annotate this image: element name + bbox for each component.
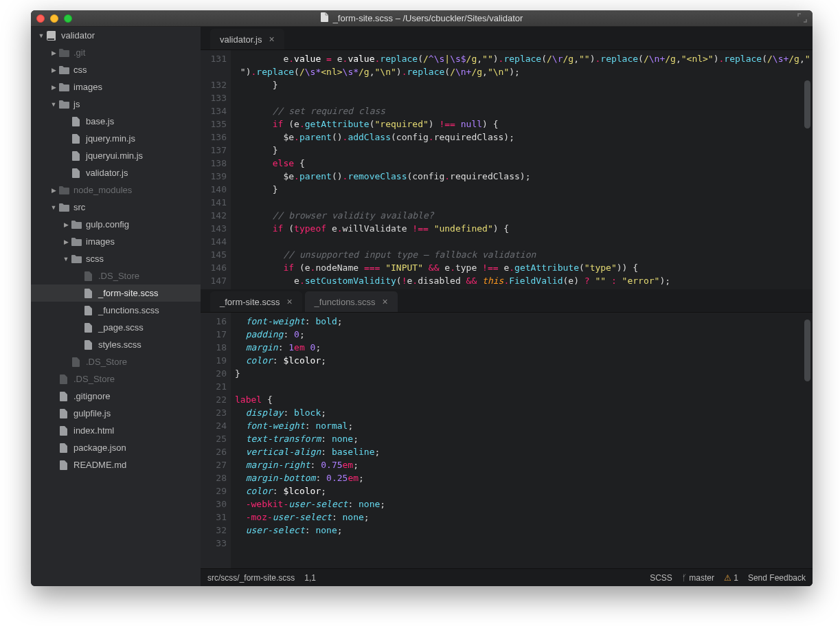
- file-tree-sidebar[interactable]: validator.gitcssimagesjsbase.jsjquery.mi…: [31, 27, 201, 586]
- tree-label: index.html: [73, 425, 114, 436]
- folder-icon: [71, 219, 82, 230]
- tab-bar-lower: _form-site.scss×_functions.scss×: [201, 289, 813, 313]
- tree-label: images: [73, 82, 102, 92]
- tree-item-validator[interactable]: validator: [31, 27, 201, 44]
- tree-item-node-modules[interactable]: node_modules: [31, 181, 201, 199]
- chevron-right-icon[interactable]: [61, 238, 71, 245]
- chevron-right-icon[interactable]: [49, 187, 58, 194]
- file-icon: [83, 339, 94, 350]
- tree-item-js[interactable]: js: [31, 96, 201, 113]
- tree-label: js: [73, 99, 80, 109]
- tree-label: .DS_Store: [98, 271, 139, 281]
- tree-item--form-site-scss[interactable]: _form-site.scss: [31, 284, 201, 302]
- tree-item-scss[interactable]: scss: [31, 250, 201, 267]
- tab-label: _form-site.scss: [220, 297, 280, 307]
- chevron-down-icon[interactable]: [49, 101, 58, 108]
- tree-item-gulp-config[interactable]: gulp.config: [31, 216, 201, 233]
- send-feedback-link[interactable]: Send Feedback: [748, 573, 806, 583]
- close-tab-icon[interactable]: ×: [382, 297, 387, 306]
- editor-area: validator.js× 131 1321331341351361371381…: [201, 27, 813, 586]
- editor-pane-lower[interactable]: 161718192021222324252627282930313233 fon…: [201, 313, 813, 568]
- folder-icon: [71, 236, 82, 247]
- tree-item-package-json[interactable]: package.json: [31, 439, 201, 456]
- tree-item-readme-md[interactable]: README.md: [31, 456, 201, 473]
- tree-label: _functions.scss: [98, 305, 159, 315]
- tree-item--git[interactable]: .git: [31, 44, 201, 61]
- chevron-right-icon[interactable]: [61, 221, 71, 228]
- tree-item-gulpfile-js[interactable]: gulpfile.js: [31, 405, 201, 422]
- status-language[interactable]: SCSS: [650, 573, 672, 583]
- warnings-indicator[interactable]: ⚠ 1: [724, 573, 738, 583]
- chevron-down-icon[interactable]: [61, 256, 71, 262]
- tree-item--functions-scss[interactable]: _functions.scss: [31, 302, 201, 319]
- tree-label: images: [86, 236, 115, 247]
- tree-label: gulpfile.js: [73, 408, 111, 418]
- tree-item-jqueryui-min-js[interactable]: jqueryui.min.js: [31, 147, 201, 164]
- tree-item--page-scss[interactable]: _page.scss: [31, 319, 201, 336]
- chevron-down-icon[interactable]: [49, 204, 58, 211]
- close-tab-icon[interactable]: ×: [269, 34, 274, 44]
- file-icon: [83, 288, 94, 299]
- tree-item--ds-store[interactable]: .DS_Store: [31, 370, 201, 388]
- tree-label: _page.scss: [98, 322, 144, 333]
- tree-item--ds-store[interactable]: .DS_Store: [31, 267, 201, 284]
- file-icon: [71, 357, 82, 368]
- tree-label: README.md: [73, 460, 126, 470]
- close-window-button[interactable]: [36, 14, 45, 23]
- file-icon: [83, 305, 94, 316]
- status-bar: src/scss/_form-site.scss 1,1 SCSS ᚶ mast…: [201, 568, 813, 586]
- close-tab-icon[interactable]: ×: [286, 297, 292, 306]
- repo-icon: [46, 30, 57, 41]
- zoom-window-button[interactable]: [64, 14, 72, 23]
- tab-label: _functions.scss: [315, 297, 376, 307]
- tree-item-styles-scss[interactable]: styles.scss: [31, 336, 201, 353]
- chevron-down-icon[interactable]: [36, 32, 46, 39]
- code-area[interactable]: font-weight: bold; padding: 0; margin: 1…: [231, 313, 813, 568]
- tree-label: jquery.min.js: [86, 133, 135, 144]
- file-icon: [58, 425, 69, 436]
- tab--form-site-scss[interactable]: _form-site.scss×: [210, 291, 302, 312]
- tree-label: jqueryui.min.js: [86, 150, 143, 161]
- tree-item-src[interactable]: src: [31, 199, 201, 216]
- tree-label: .DS_Store: [86, 357, 127, 367]
- expand-icon[interactable]: [797, 13, 808, 24]
- tree-item--gitignore[interactable]: .gitignore: [31, 388, 201, 405]
- tree-item-jquery-min-js[interactable]: jquery.min.js: [31, 130, 201, 147]
- file-icon: [58, 408, 69, 419]
- chevron-right-icon[interactable]: [49, 67, 58, 74]
- tree-label: .DS_Store: [73, 374, 115, 384]
- scrollbar[interactable]: [803, 53, 811, 287]
- tree-label: css: [73, 65, 87, 75]
- tree-label: _form-site.scss: [98, 288, 158, 298]
- tab-label: validator.js: [220, 34, 262, 45]
- tree-item-base-js[interactable]: base.js: [31, 113, 201, 130]
- tab-validator-js[interactable]: validator.js×: [210, 29, 284, 49]
- tab-bar-upper: validator.js×: [201, 27, 813, 50]
- status-cursor: 1,1: [304, 573, 316, 583]
- window-title: _form-site.scss – /Users/cbuckler/Sites/…: [333, 13, 523, 23]
- tree-item-css[interactable]: css: [31, 61, 201, 78]
- minimize-window-button[interactable]: [50, 14, 58, 23]
- folder-icon: [71, 254, 82, 265]
- scrollbar[interactable]: [803, 315, 811, 566]
- tree-item-validator-js[interactable]: validator.js: [31, 164, 201, 181]
- file-icon: [83, 322, 94, 333]
- tree-item--ds-store[interactable]: .DS_Store: [31, 353, 201, 370]
- folder-icon: [58, 65, 69, 76]
- title-bar: _form-site.scss – /Users/cbuckler/Sites/…: [31, 10, 813, 27]
- tree-item-images[interactable]: images: [31, 233, 201, 250]
- line-gutter: 161718192021222324252627282930313233: [201, 313, 231, 568]
- file-icon: [58, 391, 69, 402]
- chevron-right-icon[interactable]: [49, 84, 58, 91]
- chevron-right-icon[interactable]: [49, 49, 58, 56]
- tree-label: validator: [61, 30, 95, 41]
- code-area[interactable]: e.value = e.value.replace(/^\s|\s$/g,"")…: [231, 50, 813, 289]
- file-icon: [58, 374, 69, 385]
- git-branch[interactable]: ᚶ master: [682, 573, 714, 583]
- tree-item-index-html[interactable]: index.html: [31, 422, 201, 439]
- editor-pane-upper[interactable]: 131 132133134135136137138139140141142143…: [201, 50, 813, 289]
- tree-label: src: [73, 202, 85, 212]
- file-icon: [71, 150, 82, 161]
- tab--functions-scss[interactable]: _functions.scss×: [305, 291, 398, 312]
- tree-item-images[interactable]: images: [31, 78, 201, 96]
